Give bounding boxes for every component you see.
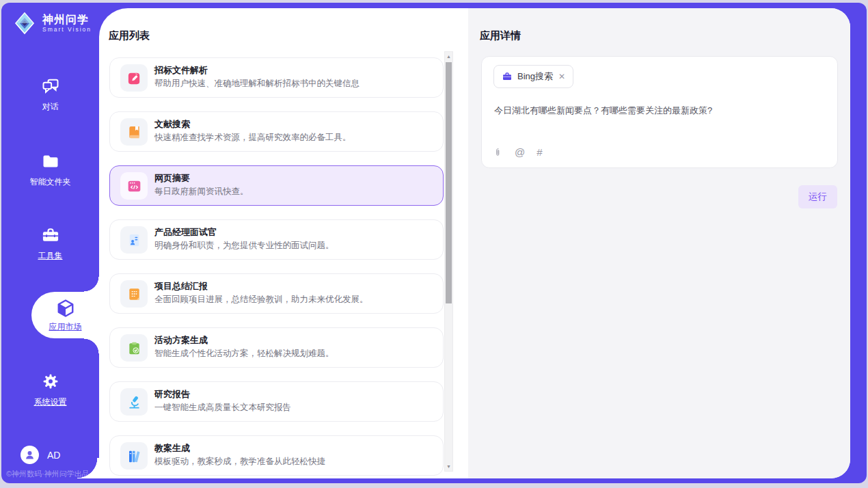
sidebar: 神州问学 Smart Vision 对话 智能文件夹 bbox=[1, 3, 99, 483]
app-card-title: 活动方案生成 bbox=[154, 334, 208, 347]
app-card-desc: 模板驱动，教案秒成，教学准备从此轻松快捷 bbox=[154, 456, 325, 467]
app-card-desc: 快速精准查找学术资源，提高研究效率的必备工具。 bbox=[154, 132, 351, 144]
sidebar-item-label: 系统设置 bbox=[34, 396, 67, 408]
browser-code-icon bbox=[120, 172, 148, 200]
edit-document-icon bbox=[120, 64, 148, 92]
sidebar-item-label: 工具集 bbox=[38, 250, 63, 262]
sidebar-active-indicator: 应用市场 bbox=[31, 292, 99, 338]
app-card-research-report[interactable]: 研究报告 一键智能生成高质量长文本研究报告 bbox=[109, 381, 444, 422]
microscope-icon bbox=[120, 388, 148, 416]
tool-tag-bing-search[interactable]: Bing搜索 ✕ bbox=[493, 65, 573, 88]
user-avatar-icon bbox=[21, 446, 39, 464]
app-card-title: 教案生成 bbox=[154, 442, 190, 455]
app-list: 招标文件解析 帮助用户快速、准确地理解和解析招标书中的关键信息 文献搜索 快速精… bbox=[109, 57, 444, 478]
app-card-project-summary[interactable]: 项目总结汇报 全面回顾项目进展，总结经验教训，助力未来优化发展。 bbox=[109, 273, 444, 314]
sidebar-item-app-market[interactable]: 应用市场 bbox=[31, 292, 99, 338]
scrollbar-thumb[interactable] bbox=[446, 62, 452, 303]
app-card-bid-analysis[interactable]: 招标文件解析 帮助用户快速、准确地理解和解析招标书中的关键信息 bbox=[109, 57, 444, 98]
query-text[interactable]: 今日湖北有哪些新闻要点？有哪些需要关注的最新政策? bbox=[494, 105, 826, 117]
app-card-literature-search[interactable]: 文献搜索 快速精准查找学术资源，提高研究效率的必备工具。 bbox=[109, 111, 444, 152]
panel-corner-decor bbox=[77, 458, 99, 478]
brand-subtitle: Smart Vision bbox=[42, 26, 92, 33]
query-card[interactable]: Bing搜索 ✕ 今日湖北有哪些新闻要点？有哪些需要关注的最新政策? @ # bbox=[481, 56, 838, 168]
user-label: AD bbox=[47, 450, 60, 461]
app-card-desc: 智能生成个性化活动方案，轻松解决规划难题。 bbox=[154, 348, 334, 360]
list-scrollbar: ▲ ▼ bbox=[444, 51, 453, 472]
sidebar-item-chat[interactable]: 对话 bbox=[1, 77, 99, 113]
run-button[interactable]: 运行 bbox=[798, 185, 837, 208]
app-card-title: 网页摘要 bbox=[154, 172, 190, 185]
scroll-down-icon[interactable]: ▼ bbox=[445, 462, 452, 471]
app-card-lesson-plan[interactable]: 教案生成 模板驱动，教案秒成，教学准备从此轻松快捷 bbox=[109, 435, 444, 476]
app-window: 神州问学 Smart Vision 对话 智能文件夹 bbox=[1, 3, 867, 483]
app-card-title: 项目总结汇报 bbox=[154, 280, 208, 293]
folder-icon bbox=[41, 152, 60, 171]
app-card-web-summary[interactable]: 网页摘要 每日政府新闻资讯快查。 bbox=[109, 165, 444, 206]
sidebar-item-toolset[interactable]: 工具集 bbox=[1, 226, 99, 262]
app-card-title: 研究报告 bbox=[154, 388, 190, 401]
tool-tag-label: Bing搜索 bbox=[517, 70, 553, 83]
toolbox-icon bbox=[41, 226, 60, 245]
app-card-desc: 每日政府新闻资讯快查。 bbox=[154, 186, 249, 198]
sidebar-item-label: 智能文件夹 bbox=[30, 176, 71, 188]
app-card-title: 产品经理面试官 bbox=[154, 226, 217, 239]
chat-icon bbox=[41, 77, 60, 96]
close-icon[interactable]: ✕ bbox=[558, 72, 566, 81]
app-detail-title: 应用详情 bbox=[480, 29, 521, 42]
hash-icon[interactable]: # bbox=[537, 147, 542, 158]
sidebar-item-settings[interactable]: 系统设置 bbox=[1, 372, 99, 408]
detail-panel: 应用详情 Bing搜索 ✕ 今日湖北有哪些新闻要点？有哪些需要关注的最新政策? bbox=[468, 8, 850, 478]
content-panel: 应用列表 招标文件解析 帮助用户快速、准确地理解和解析招标书中的关键信息 bbox=[99, 8, 850, 478]
app-list-title: 应用列表 bbox=[109, 29, 150, 42]
app-card-desc: 明确身份和职责，为您提供专业性的面试问题。 bbox=[154, 240, 334, 252]
app-card-pm-interviewer[interactable]: 产品经理面试官 明确身份和职责，为您提供专业性的面试问题。 bbox=[109, 219, 444, 260]
brand-logo-icon bbox=[12, 11, 37, 36]
note-icon bbox=[120, 280, 148, 308]
clipboard-check-icon bbox=[120, 334, 148, 362]
user-account[interactable]: AD bbox=[21, 446, 60, 464]
app-card-title: 招标文件解析 bbox=[154, 64, 208, 77]
books-icon bbox=[120, 442, 148, 470]
app-card-event-plan[interactable]: 活动方案生成 智能生成个性化活动方案，轻松解决规划难题。 bbox=[109, 327, 444, 368]
gear-icon bbox=[41, 372, 60, 391]
app-card-desc: 一键智能生成高质量长文本研究报告 bbox=[154, 402, 291, 414]
app-card-desc: 帮助用户快速、准确地理解和解析招标书中的关键信息 bbox=[154, 78, 360, 90]
app-card-title: 文献搜索 bbox=[154, 118, 190, 131]
sidebar-item-label: 对话 bbox=[42, 101, 59, 113]
brand: 神州问学 Smart Vision bbox=[12, 11, 92, 36]
sidebar-item-smart-folder[interactable]: 智能文件夹 bbox=[1, 152, 99, 188]
query-toolbar: @ # bbox=[493, 147, 543, 158]
book-icon bbox=[120, 118, 148, 146]
app-card-desc: 全面回顾项目进展，总结经验教训，助力未来优化发展。 bbox=[154, 294, 368, 306]
scroll-up-icon[interactable]: ▲ bbox=[445, 52, 452, 61]
brand-name: 神州问学 bbox=[42, 14, 92, 26]
resume-icon bbox=[120, 226, 148, 254]
cube-icon bbox=[55, 298, 76, 318]
paperclip-icon[interactable] bbox=[493, 147, 503, 158]
briefcase-icon bbox=[502, 71, 513, 82]
sidebar-item-label: 应用市场 bbox=[49, 321, 82, 333]
at-icon[interactable]: @ bbox=[515, 147, 525, 158]
